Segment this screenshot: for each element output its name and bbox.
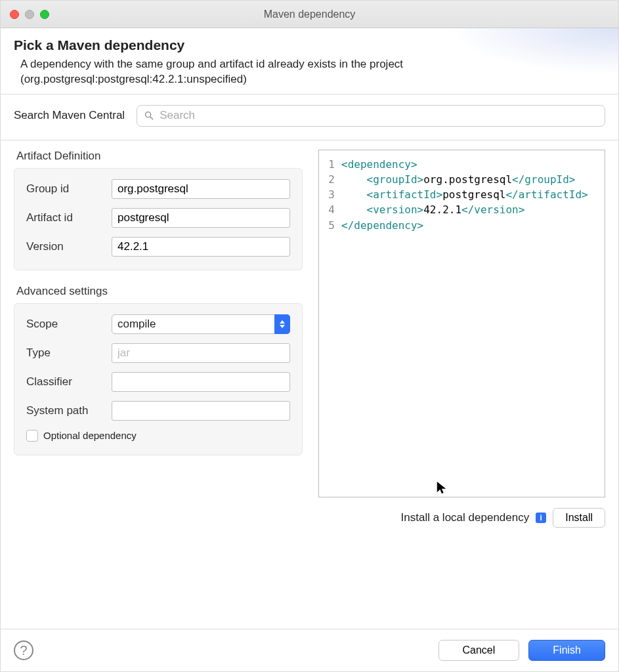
code-line: <groupId>org.postgresql</groupId>: [341, 172, 575, 187]
version-label: Version: [26, 240, 112, 253]
xml-preview[interactable]: 1<dependency>2 <groupId>org.postgresql</…: [318, 150, 605, 497]
svg-line-3: [150, 117, 153, 119]
optional-dependency-checkbox[interactable]: [26, 430, 38, 442]
warning-text: A dependency with the same group and art…: [20, 57, 480, 87]
install-row: Install a local dependency i Install: [318, 508, 605, 528]
cancel-button[interactable]: Cancel: [438, 640, 520, 661]
type-input[interactable]: [112, 343, 290, 363]
warning-banner: A dependency with the same group and art…: [14, 57, 605, 87]
system-path-label: System path: [26, 404, 112, 417]
version-input[interactable]: [112, 237, 290, 257]
classifier-input[interactable]: [112, 372, 290, 392]
search-label: Search Maven Central: [14, 109, 125, 122]
page-title: Pick a Maven dependency: [14, 37, 605, 53]
line-number: 3: [327, 187, 341, 202]
artifact-id-input[interactable]: [112, 208, 290, 228]
search-row: Search Maven Central: [1, 94, 618, 140]
search-icon: [144, 110, 154, 121]
titlebar: Maven dependency: [1, 1, 618, 28]
search-input[interactable]: [158, 108, 598, 123]
classifier-label: Classifier: [26, 375, 112, 388]
window-title: Maven dependency: [1, 9, 618, 20]
install-button[interactable]: Install: [553, 508, 605, 528]
code-line: <version>42.2.1</version>: [341, 202, 524, 217]
header: Pick a Maven dependency A dependency wit…: [1, 28, 618, 94]
artifact-section-label: Artifact Definition: [16, 150, 303, 163]
body: Search Maven Central Artifact Definition…: [1, 94, 618, 671]
finish-button[interactable]: Finish: [528, 640, 605, 661]
artifact-section: Artifact Definition Group id Artifact id…: [14, 150, 303, 270]
advanced-section: Advanced settings Scope compile Type: [14, 285, 303, 455]
code-line: <dependency>: [341, 157, 417, 172]
advanced-panel: Scope compile Type Classifier: [14, 303, 303, 455]
chevron-updown-icon: [274, 314, 290, 334]
line-number: 1: [327, 157, 341, 172]
line-number: 4: [327, 202, 341, 217]
info-icon[interactable]: i: [536, 513, 546, 523]
left-column: Artifact Definition Group id Artifact id…: [14, 150, 303, 528]
help-icon[interactable]: ?: [14, 640, 33, 660]
line-number: 5: [327, 218, 341, 233]
type-label: Type: [26, 346, 112, 360]
optional-dependency-label: Optional dependency: [43, 430, 137, 441]
code-line: <artifactId>postgresql</artifactId>: [341, 187, 588, 202]
code-line: </dependency>: [341, 218, 423, 233]
group-id-input[interactable]: [112, 179, 290, 199]
install-local-text: Install a local dependency: [401, 511, 530, 524]
footer: ? Cancel Finish: [1, 629, 618, 671]
advanced-section-label: Advanced settings: [16, 285, 303, 298]
scope-select[interactable]: compile: [112, 314, 290, 334]
right-column: 1<dependency>2 <groupId>org.postgresql</…: [318, 150, 605, 528]
scope-label: Scope: [26, 318, 112, 331]
scope-value: compile: [117, 318, 156, 331]
system-path-input[interactable]: [112, 401, 290, 421]
search-field[interactable]: [137, 105, 605, 127]
group-id-label: Group id: [26, 182, 112, 196]
artifact-panel: Group id Artifact id Version: [14, 168, 303, 270]
dialog-window: Maven dependency Pick a Maven dependency…: [0, 0, 619, 672]
svg-point-2: [146, 112, 151, 117]
line-number: 2: [327, 172, 341, 187]
artifact-id-label: Artifact id: [26, 211, 112, 224]
